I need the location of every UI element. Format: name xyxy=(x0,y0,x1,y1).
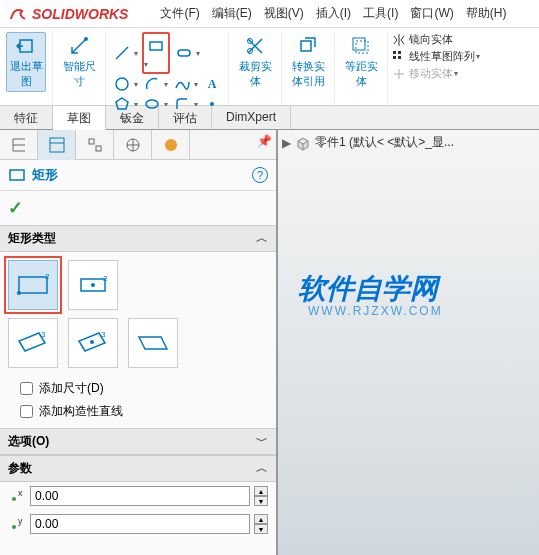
transform-group: 镜向实体 线性草图阵列▾ 移动实体▾ xyxy=(388,32,484,105)
arc-tool-icon[interactable] xyxy=(142,74,162,94)
y-spin-up[interactable]: ▲ xyxy=(254,514,268,524)
menu-view[interactable]: 视图(V) xyxy=(260,3,308,24)
chevron-down-icon[interactable]: ▾ xyxy=(134,80,138,89)
part-icon xyxy=(295,135,311,151)
chevron-down-icon[interactable]: ▾ xyxy=(164,80,168,89)
help-icon[interactable]: ? xyxy=(252,167,268,183)
polygon-tool-icon[interactable] xyxy=(112,94,132,114)
smart-dimension-button[interactable]: 智能尺寸 xyxy=(59,32,99,92)
params-header[interactable]: 参数 ︿ xyxy=(0,455,276,482)
chevron-down-icon[interactable]: ▾ xyxy=(196,49,200,58)
fillet-tool-icon[interactable] xyxy=(172,94,192,114)
menu-help[interactable]: 帮助(H) xyxy=(462,3,511,24)
property-manager-tab[interactable] xyxy=(38,130,76,160)
convert-entities-button[interactable]: 转换实体引用 xyxy=(288,32,328,92)
svg-rect-11 xyxy=(353,38,365,50)
pin-panel-icon[interactable]: 📌 xyxy=(257,134,272,148)
solidworks-logo-icon xyxy=(8,5,28,23)
title-bar: SOLIDWORKS 文件(F) 编辑(E) 视图(V) 插入(I) 工具(I)… xyxy=(0,0,539,28)
rect-types-grid-2: 3 3 xyxy=(0,318,276,376)
smart-dim-icon xyxy=(68,35,90,57)
svg-text:x: x xyxy=(18,489,23,498)
rect-types-header[interactable]: 矩形类型 ︿ xyxy=(0,225,276,252)
config-manager-tab[interactable] xyxy=(76,130,114,160)
property-manager: 📌 矩形 ? ✓ 矩形类型 ︿ 2 2 3 3 添加尺寸(D) 添加构造性直线 … xyxy=(0,130,278,555)
y-coord-icon: y xyxy=(8,515,26,533)
parallelogram-button[interactable] xyxy=(128,318,178,368)
center-rectangle-button[interactable]: 2 xyxy=(68,260,118,310)
rect-types-grid: 2 2 xyxy=(0,252,276,318)
tab-dimxpert[interactable]: DimXpert xyxy=(212,106,291,129)
svg-point-28 xyxy=(17,291,21,295)
menu-file[interactable]: 文件(F) xyxy=(156,3,203,24)
3point-corner-rect-button[interactable]: 3 xyxy=(8,318,58,368)
chevron-up-icon[interactable]: ︿ xyxy=(256,230,268,247)
text-tool-icon[interactable]: A xyxy=(202,74,222,94)
line-tool-icon[interactable] xyxy=(112,43,132,63)
confirm-row: ✓ xyxy=(0,191,276,225)
x-spin-down[interactable]: ▼ xyxy=(254,496,268,506)
svg-rect-19 xyxy=(89,139,94,144)
graphics-viewport[interactable]: ▶ 零件1 (默认< <默认>_显... 软件自学网 WWW.RJZXW.COM xyxy=(278,130,539,555)
chevron-down-icon[interactable]: ▾ xyxy=(134,49,138,58)
panel-header: 矩形 ? xyxy=(0,160,276,191)
rectangle-tool-icon[interactable] xyxy=(146,36,166,56)
svg-text:3: 3 xyxy=(41,330,46,339)
chevron-down-icon[interactable]: ﹀ xyxy=(256,433,268,450)
chevron-down-icon[interactable]: ▾ xyxy=(144,60,148,69)
chevron-up-icon[interactable]: ︿ xyxy=(256,460,268,477)
trim-entities-button[interactable]: 裁剪实体 xyxy=(235,32,275,92)
svg-point-35 xyxy=(90,340,94,344)
y-value-input[interactable] xyxy=(30,514,250,534)
breadcrumb-arrow-icon[interactable]: ▶ xyxy=(282,136,291,150)
breadcrumb: ▶ 零件1 (默认< <默认>_显... xyxy=(282,134,454,151)
x-coord-icon: x xyxy=(8,487,26,505)
exit-sketch-button[interactable]: 退出草图 xyxy=(6,32,46,92)
menu-edit[interactable]: 编辑(E) xyxy=(208,3,256,24)
3point-center-rect-button[interactable]: 3 xyxy=(68,318,118,368)
svg-point-8 xyxy=(210,102,214,106)
tab-sketch[interactable]: 草图 xyxy=(53,106,106,130)
svg-text:2: 2 xyxy=(103,274,108,283)
tab-feature[interactable]: 特征 xyxy=(0,106,53,129)
x-value-input[interactable] xyxy=(30,486,250,506)
trim-icon xyxy=(244,35,266,57)
svg-rect-16 xyxy=(398,56,401,59)
panel-title: 矩形 xyxy=(32,166,246,184)
side-panel-tabs xyxy=(0,130,276,160)
menu-insert[interactable]: 插入(I) xyxy=(312,3,355,24)
add-dimensions-checkbox[interactable]: 添加尺寸(D) xyxy=(20,380,256,397)
spline-tool-icon[interactable] xyxy=(172,74,192,94)
svg-point-7 xyxy=(146,100,158,108)
chevron-down-icon[interactable]: ▾ xyxy=(194,80,198,89)
exit-sketch-icon xyxy=(15,35,37,57)
menu-tools[interactable]: 工具(I) xyxy=(359,3,402,24)
ellipse-tool-icon[interactable] xyxy=(142,94,162,114)
svg-marker-37 xyxy=(139,337,167,349)
display-manager-tab[interactable] xyxy=(152,130,190,160)
svg-rect-12 xyxy=(356,41,368,53)
point-tool-icon[interactable] xyxy=(202,94,222,114)
svg-rect-17 xyxy=(50,138,64,152)
options-header[interactable]: 选项(O) ﹀ xyxy=(0,428,276,455)
param-x-row: x ▲▼ xyxy=(0,482,276,510)
add-construction-checkbox[interactable]: 添加构造性直线 xyxy=(20,403,256,420)
param-y-row: y ▲▼ xyxy=(0,510,276,538)
linear-pattern-button[interactable]: 线性草图阵列▾ xyxy=(392,49,480,64)
ok-button[interactable]: ✓ xyxy=(8,198,23,218)
slot-tool-icon[interactable] xyxy=(174,43,194,63)
breadcrumb-part-name[interactable]: 零件1 (默认< <默认>_显... xyxy=(315,134,454,151)
dimxpert-manager-tab[interactable] xyxy=(114,130,152,160)
ribbon-toolbar: 退出草图 智能尺寸 ▾ ▾ ▾ ▾ ▾ ▾ A ▾ ▾ ▾ 裁剪实体 xyxy=(0,28,539,106)
svg-rect-13 xyxy=(393,51,396,54)
offset-entities-button[interactable]: 等距实体 xyxy=(341,32,381,92)
feature-tree-tab[interactable] xyxy=(0,130,38,160)
svg-point-38 xyxy=(12,497,16,501)
svg-line-2 xyxy=(116,47,128,59)
x-spin-up[interactable]: ▲ xyxy=(254,486,268,496)
corner-rectangle-button[interactable]: 2 xyxy=(8,260,58,310)
mirror-entities-button[interactable]: 镜向实体 xyxy=(392,32,480,47)
y-spin-down[interactable]: ▼ xyxy=(254,524,268,534)
menu-window[interactable]: 窗口(W) xyxy=(406,3,457,24)
circle-tool-icon[interactable] xyxy=(112,74,132,94)
